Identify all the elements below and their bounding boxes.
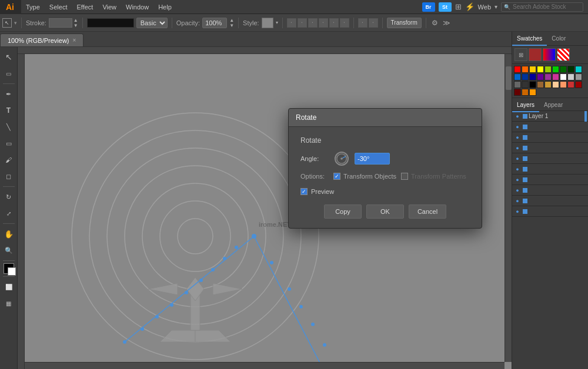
swatch-gradient[interactable] (543, 48, 556, 61)
swatch-red-dark[interactable] (529, 48, 542, 61)
menu-type[interactable]: Type (21, 0, 45, 14)
align-top-icon[interactable]: ⬝ (319, 18, 328, 28)
layer-eye-icon[interactable]: ● (513, 133, 522, 142)
stock-icon[interactable]: St (439, 2, 452, 12)
menu-window[interactable]: Window (121, 0, 153, 14)
swatch-none-icon[interactable]: ⊠ (514, 48, 527, 61)
swatch-item[interactable] (514, 81, 521, 88)
transform-objects-checkbox[interactable]: ✓ (333, 173, 340, 180)
layer-eye-icon[interactable]: ● (513, 207, 522, 216)
swatch-item[interactable] (567, 81, 574, 88)
menu-effect[interactable]: Effect (72, 0, 98, 14)
swatch-item[interactable] (560, 66, 567, 73)
fill-color[interactable] (4, 263, 14, 274)
fill-icon[interactable]: ⬜ (1, 279, 16, 294)
search-input[interactable] (513, 4, 583, 10)
brush-tool[interactable]: 🖌 (1, 152, 16, 167)
swatch-item[interactable] (575, 73, 582, 80)
layer-eye-icon[interactable]: ● (513, 123, 522, 131)
hand-tool[interactable]: ✋ (1, 226, 16, 241)
tab-close[interactable]: × (73, 37, 76, 43)
swatch-item[interactable] (537, 73, 544, 80)
distrib-v-icon[interactable]: ⬝ (369, 18, 378, 28)
web-label[interactable]: Web (478, 4, 491, 11)
swatch-item[interactable] (544, 81, 552, 88)
tab-swatches[interactable]: Swatches (512, 32, 547, 46)
gradient-icon[interactable]: ▦ (1, 296, 16, 311)
swatch-item[interactable] (575, 81, 582, 88)
line-tool[interactable]: ╲ (1, 119, 16, 135)
swatch-item[interactable] (522, 66, 529, 73)
rotate-tool[interactable]: ↻ (1, 189, 16, 204)
layer-item[interactable]: ●Layer 1 (512, 111, 588, 122)
artboard-tool[interactable]: ▭ (1, 66, 16, 81)
layer-item[interactable]: ● (512, 122, 588, 132)
type-tool[interactable]: T (1, 103, 16, 118)
layer-item[interactable]: ● (512, 175, 588, 185)
selection-tool[interactable]: ↖ (2, 18, 12, 28)
active-tab[interactable]: 100% (RGB/Preview) × (0, 33, 83, 46)
align-middle-icon[interactable]: ⬝ (329, 18, 339, 28)
layer-item[interactable]: ● (512, 185, 588, 196)
layer-eye-icon[interactable]: ● (513, 197, 522, 205)
swatch-pattern[interactable] (557, 48, 570, 61)
swatch-item[interactable] (529, 73, 536, 80)
move-tool[interactable]: ↖ (1, 49, 16, 65)
swatch-item[interactable] (522, 81, 529, 88)
swatch-item[interactable] (537, 66, 544, 73)
align-left-icon[interactable]: ⬝ (287, 18, 296, 28)
tab-layers[interactable]: Layers (512, 98, 539, 112)
lightning-icon[interactable]: ⚡ (465, 2, 475, 11)
swatch-item[interactable] (575, 66, 582, 73)
swatch-item[interactable] (514, 73, 521, 80)
layer-item[interactable]: ● (512, 143, 588, 153)
transform-button[interactable]: Transform (387, 18, 422, 28)
swatch-item[interactable] (552, 66, 559, 73)
layer-item[interactable]: ● (512, 196, 588, 206)
swatch-item[interactable] (514, 89, 521, 96)
layer-item[interactable]: ● (512, 132, 588, 143)
shape-tool[interactable]: ▭ (1, 136, 16, 151)
zoom-tool[interactable]: 🔍 (1, 243, 16, 258)
swatch-item[interactable] (567, 66, 574, 73)
layer-item[interactable]: ● (512, 206, 588, 217)
style-box[interactable] (262, 18, 273, 28)
more-icon[interactable]: ⚙ (430, 18, 440, 28)
layer-eye-icon[interactable]: ● (513, 165, 522, 173)
swatch-item[interactable] (560, 73, 567, 80)
menu-select[interactable]: Select (45, 0, 72, 14)
preview-checkbox[interactable]: ✓ (300, 188, 308, 195)
swatch-item[interactable] (552, 81, 559, 88)
align-center-icon[interactable]: ⬝ (298, 18, 307, 28)
layer-eye-icon[interactable]: ● (513, 186, 522, 194)
tab-appearance[interactable]: Appear (539, 98, 567, 112)
stroke-style-select[interactable]: Basic (136, 18, 168, 28)
align-right-icon[interactable]: ⬝ (308, 18, 318, 28)
swatch-item[interactable] (567, 73, 574, 80)
swatch-item[interactable] (529, 66, 536, 73)
pen-tool[interactable]: ✒ (1, 86, 16, 102)
grid-view-icon[interactable]: ⊞ (455, 2, 462, 11)
eraser-tool[interactable]: ◻ (1, 169, 16, 184)
swatch-item[interactable] (522, 73, 529, 80)
layer-eye-icon[interactable]: ● (513, 155, 522, 163)
align-bottom-icon[interactable]: ⬝ (340, 18, 349, 28)
angle-input[interactable]: -30° (355, 153, 390, 165)
layer-eye-icon[interactable]: ● (513, 144, 522, 152)
copy-button[interactable]: Copy (324, 204, 362, 219)
layer-item[interactable]: ● (512, 164, 588, 175)
layer-eye-icon[interactable]: ● (513, 112, 522, 120)
swatch-item[interactable] (544, 73, 552, 80)
v-scrollbar-thumb[interactable] (506, 66, 512, 90)
swatch-item[interactable] (560, 81, 567, 88)
swatch-item[interactable] (537, 81, 544, 88)
ok-button[interactable]: OK (366, 204, 404, 219)
menu-view[interactable]: View (98, 0, 121, 14)
expand-icon[interactable]: ≫ (442, 18, 452, 28)
swatch-item[interactable] (522, 89, 529, 96)
scale-tool[interactable]: ⤢ (1, 206, 16, 221)
opacity-input[interactable] (202, 18, 227, 28)
swatch-item[interactable] (529, 81, 536, 88)
swatch-item[interactable] (529, 89, 536, 96)
swatch-item[interactable] (514, 66, 521, 73)
